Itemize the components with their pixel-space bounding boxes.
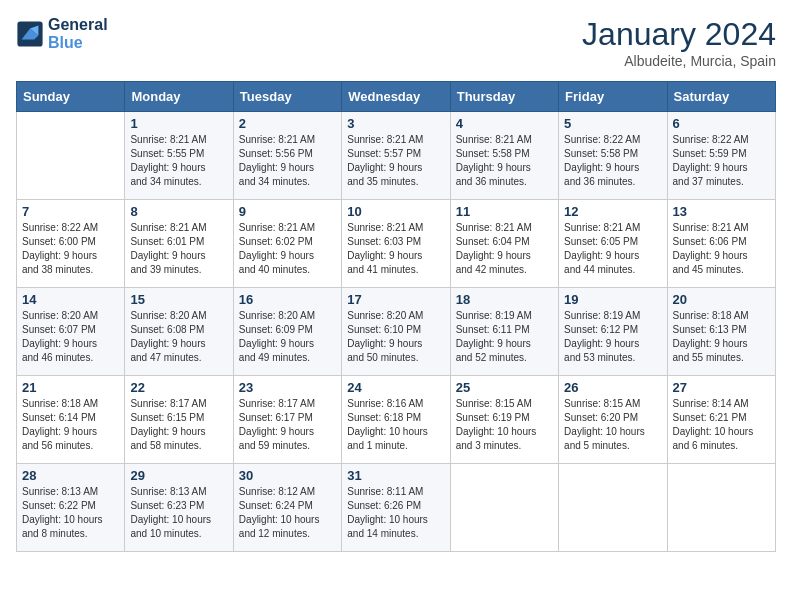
calendar-cell: 10Sunrise: 8:21 AM Sunset: 6:03 PM Dayli…	[342, 200, 450, 288]
day-info: Sunrise: 8:21 AM Sunset: 6:06 PM Dayligh…	[673, 221, 770, 277]
day-number: 18	[456, 292, 553, 307]
weekday-header: Monday	[125, 82, 233, 112]
day-number: 5	[564, 116, 661, 131]
day-number: 30	[239, 468, 336, 483]
calendar-cell: 13Sunrise: 8:21 AM Sunset: 6:06 PM Dayli…	[667, 200, 775, 288]
calendar-cell	[667, 464, 775, 552]
month-title: January 2024	[582, 16, 776, 53]
calendar-cell: 31Sunrise: 8:11 AM Sunset: 6:26 PM Dayli…	[342, 464, 450, 552]
calendar-cell: 18Sunrise: 8:19 AM Sunset: 6:11 PM Dayli…	[450, 288, 558, 376]
weekday-header: Wednesday	[342, 82, 450, 112]
logo-icon	[16, 20, 44, 48]
weekday-header-row: SundayMondayTuesdayWednesdayThursdayFrid…	[17, 82, 776, 112]
calendar-cell: 17Sunrise: 8:20 AM Sunset: 6:10 PM Dayli…	[342, 288, 450, 376]
day-number: 9	[239, 204, 336, 219]
day-info: Sunrise: 8:22 AM Sunset: 6:00 PM Dayligh…	[22, 221, 119, 277]
calendar-cell: 29Sunrise: 8:13 AM Sunset: 6:23 PM Dayli…	[125, 464, 233, 552]
calendar-cell: 26Sunrise: 8:15 AM Sunset: 6:20 PM Dayli…	[559, 376, 667, 464]
day-info: Sunrise: 8:21 AM Sunset: 5:58 PM Dayligh…	[456, 133, 553, 189]
day-number: 10	[347, 204, 444, 219]
day-number: 3	[347, 116, 444, 131]
calendar-week-row: 21Sunrise: 8:18 AM Sunset: 6:14 PM Dayli…	[17, 376, 776, 464]
day-number: 6	[673, 116, 770, 131]
calendar-cell	[17, 112, 125, 200]
weekday-header: Friday	[559, 82, 667, 112]
day-number: 17	[347, 292, 444, 307]
calendar-cell: 20Sunrise: 8:18 AM Sunset: 6:13 PM Dayli…	[667, 288, 775, 376]
weekday-header: Tuesday	[233, 82, 341, 112]
calendar-cell: 23Sunrise: 8:17 AM Sunset: 6:17 PM Dayli…	[233, 376, 341, 464]
day-info: Sunrise: 8:18 AM Sunset: 6:14 PM Dayligh…	[22, 397, 119, 453]
day-info: Sunrise: 8:17 AM Sunset: 6:15 PM Dayligh…	[130, 397, 227, 453]
calendar-cell: 1Sunrise: 8:21 AM Sunset: 5:55 PM Daylig…	[125, 112, 233, 200]
day-number: 28	[22, 468, 119, 483]
day-info: Sunrise: 8:20 AM Sunset: 6:07 PM Dayligh…	[22, 309, 119, 365]
calendar-cell: 11Sunrise: 8:21 AM Sunset: 6:04 PM Dayli…	[450, 200, 558, 288]
calendar-cell: 25Sunrise: 8:15 AM Sunset: 6:19 PM Dayli…	[450, 376, 558, 464]
calendar-cell: 15Sunrise: 8:20 AM Sunset: 6:08 PM Dayli…	[125, 288, 233, 376]
day-number: 11	[456, 204, 553, 219]
day-info: Sunrise: 8:22 AM Sunset: 5:58 PM Dayligh…	[564, 133, 661, 189]
calendar-cell: 6Sunrise: 8:22 AM Sunset: 5:59 PM Daylig…	[667, 112, 775, 200]
day-number: 19	[564, 292, 661, 307]
calendar-cell: 30Sunrise: 8:12 AM Sunset: 6:24 PM Dayli…	[233, 464, 341, 552]
calendar-cell: 4Sunrise: 8:21 AM Sunset: 5:58 PM Daylig…	[450, 112, 558, 200]
day-number: 22	[130, 380, 227, 395]
day-number: 7	[22, 204, 119, 219]
calendar-week-row: 1Sunrise: 8:21 AM Sunset: 5:55 PM Daylig…	[17, 112, 776, 200]
day-info: Sunrise: 8:21 AM Sunset: 6:01 PM Dayligh…	[130, 221, 227, 277]
day-info: Sunrise: 8:14 AM Sunset: 6:21 PM Dayligh…	[673, 397, 770, 453]
day-number: 20	[673, 292, 770, 307]
calendar-cell: 21Sunrise: 8:18 AM Sunset: 6:14 PM Dayli…	[17, 376, 125, 464]
day-number: 26	[564, 380, 661, 395]
day-info: Sunrise: 8:17 AM Sunset: 6:17 PM Dayligh…	[239, 397, 336, 453]
day-info: Sunrise: 8:13 AM Sunset: 6:22 PM Dayligh…	[22, 485, 119, 541]
day-info: Sunrise: 8:16 AM Sunset: 6:18 PM Dayligh…	[347, 397, 444, 453]
day-number: 14	[22, 292, 119, 307]
day-number: 27	[673, 380, 770, 395]
calendar-week-row: 7Sunrise: 8:22 AM Sunset: 6:00 PM Daylig…	[17, 200, 776, 288]
day-info: Sunrise: 8:21 AM Sunset: 5:56 PM Dayligh…	[239, 133, 336, 189]
day-info: Sunrise: 8:20 AM Sunset: 6:09 PM Dayligh…	[239, 309, 336, 365]
day-info: Sunrise: 8:19 AM Sunset: 6:12 PM Dayligh…	[564, 309, 661, 365]
day-info: Sunrise: 8:12 AM Sunset: 6:24 PM Dayligh…	[239, 485, 336, 541]
day-number: 16	[239, 292, 336, 307]
day-number: 24	[347, 380, 444, 395]
calendar-cell: 16Sunrise: 8:20 AM Sunset: 6:09 PM Dayli…	[233, 288, 341, 376]
day-info: Sunrise: 8:19 AM Sunset: 6:11 PM Dayligh…	[456, 309, 553, 365]
day-info: Sunrise: 8:21 AM Sunset: 5:55 PM Dayligh…	[130, 133, 227, 189]
calendar-week-row: 14Sunrise: 8:20 AM Sunset: 6:07 PM Dayli…	[17, 288, 776, 376]
calendar-cell: 5Sunrise: 8:22 AM Sunset: 5:58 PM Daylig…	[559, 112, 667, 200]
calendar-cell: 8Sunrise: 8:21 AM Sunset: 6:01 PM Daylig…	[125, 200, 233, 288]
page-header: General Blue January 2024 Albudeite, Mur…	[16, 16, 776, 69]
day-number: 13	[673, 204, 770, 219]
day-info: Sunrise: 8:22 AM Sunset: 5:59 PM Dayligh…	[673, 133, 770, 189]
weekday-header: Sunday	[17, 82, 125, 112]
day-info: Sunrise: 8:21 AM Sunset: 6:04 PM Dayligh…	[456, 221, 553, 277]
day-number: 21	[22, 380, 119, 395]
day-number: 29	[130, 468, 227, 483]
day-info: Sunrise: 8:21 AM Sunset: 6:02 PM Dayligh…	[239, 221, 336, 277]
calendar-cell	[559, 464, 667, 552]
calendar-week-row: 28Sunrise: 8:13 AM Sunset: 6:22 PM Dayli…	[17, 464, 776, 552]
calendar-cell: 19Sunrise: 8:19 AM Sunset: 6:12 PM Dayli…	[559, 288, 667, 376]
logo-text: General Blue	[48, 16, 108, 51]
day-number: 23	[239, 380, 336, 395]
day-number: 31	[347, 468, 444, 483]
calendar-cell: 14Sunrise: 8:20 AM Sunset: 6:07 PM Dayli…	[17, 288, 125, 376]
day-info: Sunrise: 8:15 AM Sunset: 6:19 PM Dayligh…	[456, 397, 553, 453]
calendar-cell: 2Sunrise: 8:21 AM Sunset: 5:56 PM Daylig…	[233, 112, 341, 200]
day-info: Sunrise: 8:21 AM Sunset: 6:03 PM Dayligh…	[347, 221, 444, 277]
calendar-cell: 28Sunrise: 8:13 AM Sunset: 6:22 PM Dayli…	[17, 464, 125, 552]
day-info: Sunrise: 8:20 AM Sunset: 6:08 PM Dayligh…	[130, 309, 227, 365]
day-info: Sunrise: 8:21 AM Sunset: 6:05 PM Dayligh…	[564, 221, 661, 277]
calendar-cell	[450, 464, 558, 552]
calendar-cell: 3Sunrise: 8:21 AM Sunset: 5:57 PM Daylig…	[342, 112, 450, 200]
day-number: 25	[456, 380, 553, 395]
calendar-cell: 24Sunrise: 8:16 AM Sunset: 6:18 PM Dayli…	[342, 376, 450, 464]
location: Albudeite, Murcia, Spain	[582, 53, 776, 69]
logo: General Blue	[16, 16, 108, 51]
day-number: 1	[130, 116, 227, 131]
title-block: January 2024 Albudeite, Murcia, Spain	[582, 16, 776, 69]
day-number: 12	[564, 204, 661, 219]
